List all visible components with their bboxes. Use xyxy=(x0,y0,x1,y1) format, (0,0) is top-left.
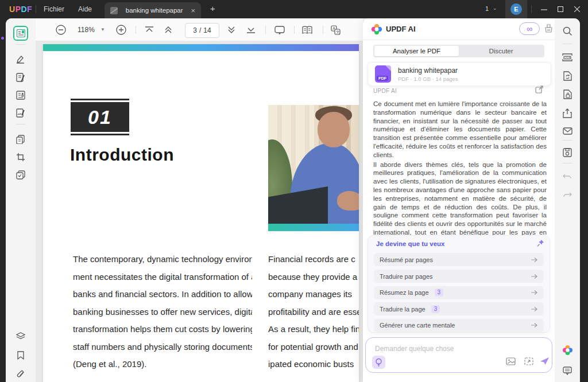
divider xyxy=(136,26,136,34)
divider xyxy=(265,26,266,34)
ai-input-box[interactable] xyxy=(365,337,552,373)
arrow-right-icon xyxy=(531,322,538,328)
zoom-in-icon[interactable] xyxy=(114,23,128,37)
arrow-right-icon xyxy=(531,306,538,312)
insert-image-icon[interactable] xyxy=(506,357,516,365)
suggestion-translate-page[interactable]: Traduire la page 3 xyxy=(374,302,544,315)
title-bar: UPDF Fichier Aide banking whitepapar × +… xyxy=(0,0,588,18)
divider xyxy=(294,26,295,34)
notification-dot xyxy=(1,37,4,40)
chevron-down-icon[interactable]: ▼ xyxy=(100,27,105,32)
organize-pages-icon[interactable] xyxy=(13,132,28,147)
minimize-button[interactable] xyxy=(535,0,552,18)
document-card[interactable]: PDF banking whitepapar PDF · 1.0 GB · 14… xyxy=(368,62,551,86)
divider xyxy=(16,44,25,45)
reading-mode-icon[interactable] xyxy=(300,23,314,37)
ai-prompt-input[interactable] xyxy=(374,342,537,355)
attachment-icon[interactable] xyxy=(13,367,28,381)
suggestion-mind-map[interactable]: Générer une carte mentale xyxy=(374,319,544,332)
crop-icon[interactable] xyxy=(13,150,28,165)
arrow-right-icon xyxy=(531,257,538,263)
divider xyxy=(563,44,572,44)
ai-panel: UPDF AI ∞ Analyser le PDF Discuter PDF b… xyxy=(363,18,555,382)
redo-icon[interactable] xyxy=(560,188,574,202)
app-window: 118% ▼ 3 / 14 A文 01 Introduction xyxy=(6,18,580,382)
search-icon[interactable] xyxy=(560,24,574,38)
page-current: 3 xyxy=(193,26,197,34)
page-total: 14 xyxy=(203,26,211,34)
tab-document-icon xyxy=(110,7,118,14)
translate-icon[interactable]: A文 xyxy=(328,23,342,37)
menu-file[interactable]: Fichier xyxy=(44,5,64,13)
left-sidebar xyxy=(6,18,36,382)
presentation-icon[interactable] xyxy=(273,23,287,37)
layers-icon[interactable] xyxy=(13,329,28,344)
screenshot-icon[interactable] xyxy=(524,357,533,365)
unlimited-badge[interactable]: ∞ xyxy=(519,22,540,35)
ai-panel-title: UPDF AI xyxy=(386,25,416,33)
body-text-left-column: The contemporary, dynamic technology env… xyxy=(73,251,252,373)
response-section-label: UPDF AI xyxy=(373,88,397,94)
protect-icon[interactable] xyxy=(560,87,574,101)
window-count[interactable]: 1 xyxy=(485,5,489,12)
annotate-icon[interactable] xyxy=(13,52,28,67)
clear-chat-icon[interactable] xyxy=(544,24,553,33)
divider xyxy=(16,124,25,124)
undo-icon[interactable] xyxy=(560,170,574,184)
sign-icon[interactable] xyxy=(13,106,28,120)
share-icon[interactable] xyxy=(560,106,574,120)
save-icon[interactable] xyxy=(560,146,574,159)
zoom-level[interactable]: 118% xyxy=(78,26,95,34)
svg-text:OCR: OCR xyxy=(565,56,571,59)
pdf-file-icon: PDF xyxy=(375,65,391,83)
arrow-right-icon xyxy=(531,274,538,279)
suggestion-summarize-page[interactable]: Résumez la page 3 xyxy=(374,286,544,299)
updf-ai-shortcut-icon[interactable] xyxy=(560,343,574,357)
suggestions-header: Je devine que tu veux xyxy=(376,240,445,247)
arrow-right-icon xyxy=(531,290,538,295)
avatar: E xyxy=(510,3,522,15)
pin-icon[interactable] xyxy=(537,239,544,247)
form-icon[interactable] xyxy=(13,88,28,103)
chapter-number-block: 01 xyxy=(71,99,129,135)
suggestion-translate-by-pages[interactable]: Traduire par pages xyxy=(374,270,544,283)
account-button[interactable]: E xyxy=(505,0,527,18)
reader-mode-icon[interactable] xyxy=(13,26,28,41)
next-page-icon[interactable] xyxy=(225,23,238,37)
ai-panel-header: UPDF AI ∞ xyxy=(363,18,555,40)
right-sidebar: OCR xyxy=(555,18,580,382)
tab-close-icon[interactable]: × xyxy=(191,7,195,14)
maximize-button[interactable] xyxy=(552,0,569,18)
chevron-down-icon[interactable]: ⌄ xyxy=(493,5,497,11)
new-tab-button[interactable]: + xyxy=(210,3,215,13)
email-icon[interactable] xyxy=(560,124,574,138)
menu-help[interactable]: Aide xyxy=(78,5,92,13)
feedback-icon[interactable] xyxy=(560,364,574,377)
tab-chat[interactable]: Discuter xyxy=(459,46,543,56)
divider xyxy=(563,163,572,163)
convert-icon[interactable] xyxy=(560,69,574,83)
edit-pdf-icon[interactable] xyxy=(13,70,28,85)
previous-page-icon[interactable] xyxy=(161,23,175,37)
bookmark-icon[interactable] xyxy=(13,348,28,362)
last-page-icon[interactable] xyxy=(244,23,258,37)
tab-analyze-pdf[interactable]: Analyser le PDF xyxy=(374,46,459,56)
prompt-ideas-button[interactable] xyxy=(372,356,385,369)
send-icon[interactable] xyxy=(540,357,550,365)
updf-logo: UPDF xyxy=(9,5,32,14)
photo-gradient-strip xyxy=(268,224,359,231)
close-button[interactable] xyxy=(568,0,586,18)
document-tab[interactable]: banking whitepapar × xyxy=(105,2,201,18)
export-icon[interactable] xyxy=(535,85,543,93)
zoom-out-icon[interactable] xyxy=(54,23,68,37)
divider xyxy=(323,26,323,34)
pdf-page[interactable]: 01 Introduction The contemporary, dynami… xyxy=(43,44,359,382)
suggestion-summary-by-pages[interactable]: Résumé par pages xyxy=(374,253,544,266)
page-number-input[interactable]: 3 / 14 xyxy=(185,23,219,38)
document-canvas[interactable]: 01 Introduction The contemporary, dynami… xyxy=(36,41,363,382)
photo-man-laptop xyxy=(268,105,359,224)
stamp-icon[interactable] xyxy=(13,167,28,182)
first-page-icon[interactable] xyxy=(142,23,156,37)
ocr-icon[interactable]: OCR xyxy=(560,50,574,64)
page-separator: / xyxy=(199,26,201,34)
